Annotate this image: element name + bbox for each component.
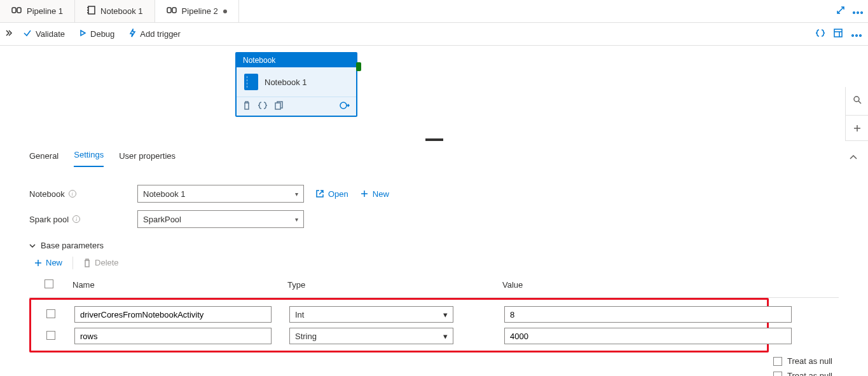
more-icon[interactable]: [851, 29, 862, 39]
open-label: Open: [328, 189, 348, 199]
run-icon[interactable]: [340, 101, 350, 112]
open-notebook-link[interactable]: Open: [315, 189, 348, 199]
new-notebook-link[interactable]: New: [360, 189, 389, 199]
toolbar-right: [816, 29, 868, 39]
chevron-down-icon: [29, 243, 36, 249]
row-checkbox[interactable]: [46, 309, 55, 318]
treat-as-null-row-1[interactable]: Treat as null: [773, 371, 832, 376]
col-type: Type: [287, 280, 502, 290]
more-icon[interactable]: [853, 6, 863, 16]
param-value-input[interactable]: [504, 306, 792, 323]
notebook-row: Notebook i Notebook 1 ▾ Open New: [29, 181, 868, 206]
tab-label: Pipeline 2: [182, 6, 218, 16]
add-trigger-button[interactable]: Add trigger: [128, 29, 181, 39]
param-type-select[interactable]: Int ▾: [289, 306, 453, 323]
param-type-select[interactable]: String ▾: [289, 328, 453, 344]
debug-button[interactable]: Debug: [79, 29, 114, 39]
validate-button[interactable]: Validate: [23, 29, 65, 39]
params-table-head: Name Type Value: [29, 276, 839, 298]
col-name: Name: [72, 280, 287, 290]
notebook-activity[interactable]: Notebook Notebook 1: [235, 52, 357, 117]
base-parameters-label: Base parameters: [41, 241, 104, 250]
check-icon: [23, 29, 32, 39]
select-all-checkbox[interactable]: [45, 279, 53, 288]
delete-btn-label: Delete: [95, 258, 119, 267]
play-icon: [79, 29, 86, 39]
pipeline-canvas[interactable]: Notebook Notebook 1: [0, 46, 868, 141]
panel-collapse-icon[interactable]: [849, 152, 868, 167]
svg-point-9: [857, 12, 859, 14]
properties-icon[interactable]: [834, 29, 843, 39]
divider: [72, 257, 73, 269]
tab-user-properties[interactable]: User properties: [119, 151, 176, 167]
treat-as-null-label: Treat as null: [787, 371, 832, 376]
svg-point-16: [860, 35, 862, 37]
svg-point-18: [340, 102, 347, 109]
tab-pipeline-2[interactable]: Pipeline 2: [155, 0, 239, 22]
treat-as-null-checkbox[interactable]: [773, 357, 782, 366]
notebook-icon: [86, 6, 95, 17]
params-actions: New Delete: [29, 255, 868, 270]
braces-icon[interactable]: [816, 29, 825, 39]
panel-expand-toggle[interactable]: [0, 29, 18, 39]
treat-as-null-row-0[interactable]: Treat as null: [773, 356, 832, 366]
tab-bar: Pipeline 1 Notebook 1 Pipeline 2: [0, 0, 868, 23]
spark-pool-label: Spark pool: [29, 215, 69, 224]
svg-rect-1: [17, 8, 21, 13]
svg-point-15: [856, 35, 858, 37]
col-value: Value: [502, 280, 808, 290]
delete-icon[interactable]: [243, 101, 251, 112]
canvas-side-tools: [845, 87, 868, 141]
copy-icon[interactable]: [275, 101, 283, 112]
tab-notebook-1[interactable]: Notebook 1: [75, 0, 155, 22]
spark-pool-select[interactable]: SparkPool ▾: [137, 210, 304, 228]
notebook-select[interactable]: Notebook 1 ▾: [137, 185, 304, 203]
info-icon[interactable]: i: [69, 190, 76, 198]
row-checkbox[interactable]: [46, 331, 55, 340]
search-icon[interactable]: [846, 87, 868, 112]
param-type-value: String: [295, 332, 317, 341]
spark-pool-value: SparkPool: [143, 215, 181, 224]
bottom-panel-tabs: General Settings User properties: [0, 141, 868, 167]
svg-rect-17: [275, 103, 280, 109]
settings-panel: Notebook i Notebook 1 ▾ Open New Spark p…: [0, 167, 868, 352]
svg-rect-6: [167, 8, 171, 13]
tab-pipeline-1[interactable]: Pipeline 1: [0, 0, 75, 22]
add-trigger-label: Add trigger: [140, 29, 181, 39]
delete-param-button[interactable]: Delete: [78, 255, 124, 270]
tab-label: Notebook 1: [100, 6, 143, 16]
new-btn-label: New: [46, 258, 62, 267]
plus-icon[interactable]: [846, 115, 868, 140]
notebook-icon: [244, 74, 258, 90]
tab-settings[interactable]: Settings: [74, 150, 104, 167]
toolbar: Validate Debug Add trigger: [0, 23, 868, 46]
new-param-button[interactable]: New: [29, 255, 67, 270]
param-name-input[interactable]: [74, 306, 272, 323]
tab-general[interactable]: General: [29, 151, 59, 167]
unsaved-dot-icon: [223, 10, 227, 13]
chevron-down-icon: ▾: [443, 310, 448, 319]
base-parameters-toggle[interactable]: Base parameters: [29, 241, 868, 250]
new-label: New: [373, 189, 389, 199]
treat-as-null-column: Treat as null Treat as null: [773, 356, 832, 376]
activity-footer: [237, 97, 356, 116]
params-table: Name Type Value Int ▾: [29, 276, 839, 352]
spark-pool-row: Spark pool i SparkPool ▾: [29, 206, 868, 232]
expand-icon[interactable]: [836, 6, 845, 17]
debug-label: Debug: [90, 29, 114, 39]
param-type-value: Int: [295, 310, 304, 319]
treat-as-null-checkbox[interactable]: [773, 372, 782, 377]
treat-as-null-label: Treat as null: [787, 356, 832, 366]
tab-label: Pipeline 1: [27, 6, 63, 16]
pipeline-icon: [167, 6, 177, 17]
activity-type-label: Notebook: [237, 53, 356, 67]
activity-title: Notebook 1: [265, 77, 307, 87]
info-icon[interactable]: i: [72, 215, 80, 223]
svg-rect-7: [172, 8, 176, 13]
param-name-input[interactable]: [74, 328, 272, 344]
param-value-input[interactable]: [504, 328, 792, 344]
activity-success-output[interactable]: [356, 62, 361, 71]
braces-icon[interactable]: [258, 101, 267, 112]
svg-rect-11: [834, 29, 842, 37]
svg-point-14: [852, 35, 854, 37]
